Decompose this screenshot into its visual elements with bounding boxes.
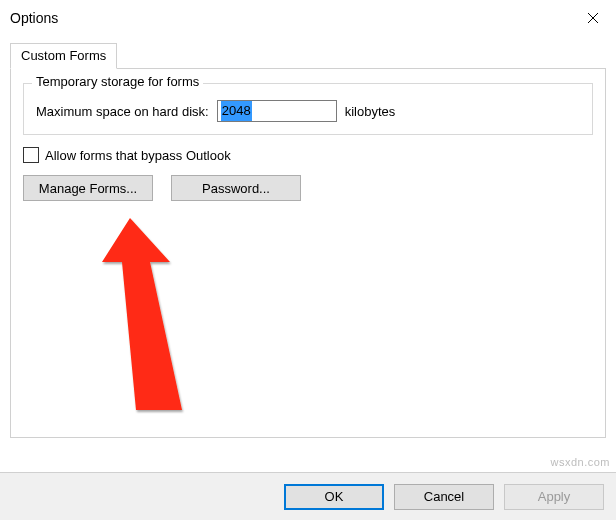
tab-strip: Custom Forms — [10, 42, 606, 68]
watermark: wsxdn.com — [550, 456, 610, 468]
bypass-checkbox[interactable] — [23, 147, 39, 163]
titlebar: Options — [0, 0, 616, 36]
form-buttons-row: Manage Forms... Password... — [23, 175, 593, 201]
manage-forms-button[interactable]: Manage Forms... — [23, 175, 153, 201]
password-button[interactable]: Password... — [171, 175, 301, 201]
bypass-checkbox-label: Allow forms that bypass Outlook — [45, 148, 231, 163]
close-icon — [587, 12, 599, 24]
tab-custom-forms[interactable]: Custom Forms — [10, 43, 117, 69]
group-legend: Temporary storage for forms — [32, 74, 203, 89]
max-space-label: Maximum space on hard disk: — [36, 104, 209, 119]
group-temp-storage: Temporary storage for forms Maximum spac… — [23, 83, 593, 135]
max-space-value: 2048 — [221, 101, 252, 121]
window-title: Options — [10, 10, 58, 26]
cancel-button[interactable]: Cancel — [394, 484, 494, 510]
dialog-body: Custom Forms Temporary storage for forms… — [0, 36, 616, 438]
max-space-input[interactable]: 2048 — [217, 100, 337, 122]
max-space-row: Maximum space on hard disk: 2048 kilobyt… — [36, 100, 580, 122]
dialog-footer: OK Cancel Apply — [0, 472, 616, 520]
apply-button: Apply — [504, 484, 604, 510]
max-space-unit: kilobytes — [345, 104, 396, 119]
ok-button[interactable]: OK — [284, 484, 384, 510]
close-button[interactable] — [570, 2, 616, 34]
tab-panel: Temporary storage for forms Maximum spac… — [10, 68, 606, 438]
bypass-checkbox-row: Allow forms that bypass Outlook — [23, 147, 593, 163]
